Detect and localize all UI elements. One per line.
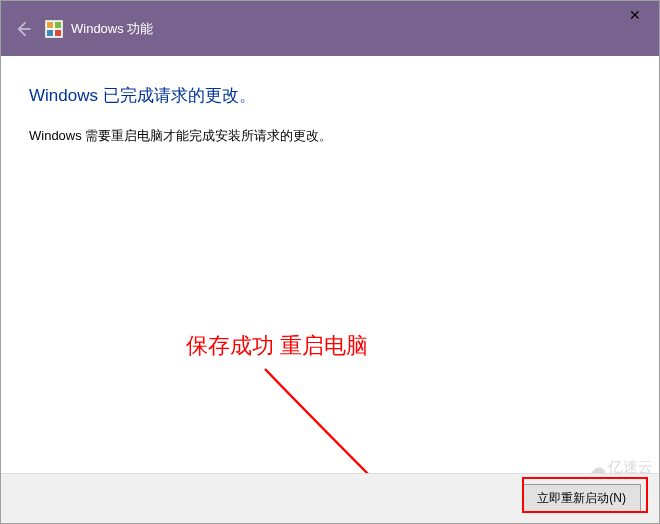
window-frame: ✕ Windows 功能 Windows 已完成请求的更改。 Windows 需… xyxy=(0,0,660,524)
body-message: Windows 需要重启电脑才能完成安装所请求的更改。 xyxy=(29,127,631,145)
content-area: Windows 已完成请求的更改。 Windows 需要重启电脑才能完成安装所请… xyxy=(1,56,659,523)
svg-rect-4 xyxy=(55,30,61,36)
back-button[interactable] xyxy=(13,19,33,39)
annotation-label: 保存成功 重启电脑 xyxy=(186,331,368,361)
window-title: Windows 功能 xyxy=(71,20,153,38)
windows-features-icon xyxy=(45,20,63,38)
svg-rect-1 xyxy=(47,22,53,28)
page-heading: Windows 已完成请求的更改。 xyxy=(29,84,631,107)
close-icon: ✕ xyxy=(629,8,641,22)
restart-now-button[interactable]: 立即重新启动(N) xyxy=(522,484,641,513)
back-arrow-icon xyxy=(13,19,33,39)
dialog-footer: 立即重新启动(N) xyxy=(1,473,659,523)
svg-rect-2 xyxy=(55,22,61,28)
close-button[interactable]: ✕ xyxy=(611,1,659,29)
svg-rect-3 xyxy=(47,30,53,36)
titlebar: ✕ Windows 功能 xyxy=(1,1,659,56)
